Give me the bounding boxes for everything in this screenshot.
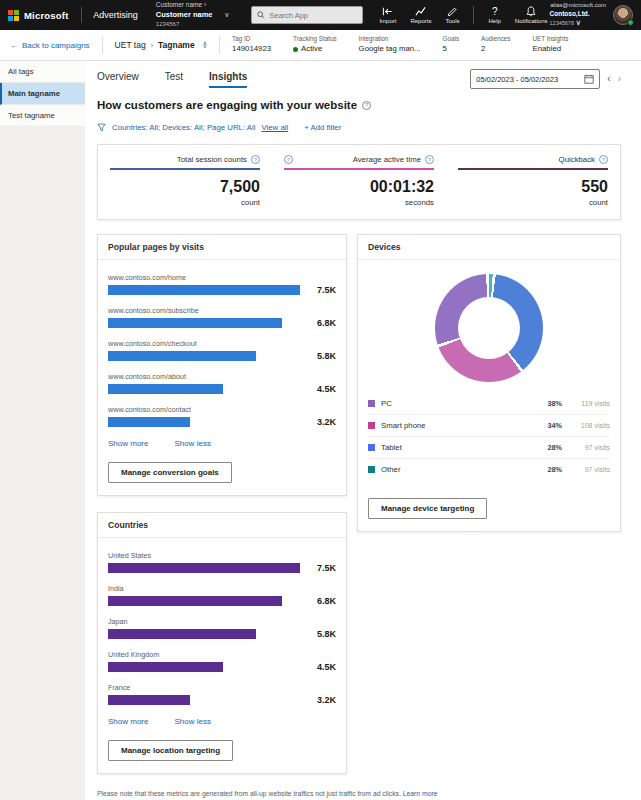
user-avatar[interactable] (613, 5, 633, 25)
tabs-row: Overview Test Insights 05/02/2023 - 05/0… (97, 69, 621, 89)
search-icon (257, 11, 265, 19)
manage-device-targeting-button[interactable]: Manage device targeting (368, 498, 487, 519)
manage-location-targeting-button[interactable]: Manage location targeting (108, 740, 233, 761)
metric-underline (458, 168, 608, 170)
chevron-down-icon: ∨ (576, 19, 581, 26)
sidebar-item-all-tags[interactable]: All tags (0, 61, 85, 83)
field-audiences: Audiences 2 (481, 35, 510, 54)
filter-bar: Countries: All; Devices: All; Page URL: … (97, 123, 621, 132)
divider (219, 36, 220, 54)
legend-row-tablet[interactable]: Tablet 28% 97 visits (368, 436, 610, 458)
entity-type: UET tag (115, 40, 146, 50)
back-arrow-icon: ← (10, 41, 18, 50)
bar-row: France 3.2K (108, 683, 336, 705)
view-all-link[interactable]: View all (261, 123, 288, 132)
bar (108, 417, 190, 427)
legend-row-other[interactable]: Other 28% 97 visits (368, 458, 610, 480)
bar (108, 695, 190, 705)
reports-icon (415, 6, 426, 17)
date-range-picker[interactable]: 05/02/2023 - 05/02/2023 (470, 69, 600, 89)
date-range-value: 05/02/2023 - 05/02/2023 (476, 75, 558, 84)
info-icon[interactable]: ? (251, 155, 260, 164)
account-org: Contoso,Ltd. (550, 10, 590, 17)
tab-test[interactable]: Test (165, 71, 183, 88)
help-icon: ? (492, 6, 498, 17)
bar (108, 596, 282, 606)
metric-underline (284, 168, 434, 170)
next-date-button[interactable]: › (618, 74, 621, 84)
previous-date-button[interactable]: ‹ (607, 74, 610, 84)
sidebar-item-main-tagname[interactable]: Main tagname (0, 83, 85, 105)
show-less-link[interactable]: Show less (174, 439, 210, 448)
search-box[interactable] (251, 6, 363, 24)
sidebar-item-test-tagname[interactable]: Test tagname (0, 105, 85, 127)
learn-more-link[interactable]: Learn more (403, 790, 438, 797)
metric-quickback[interactable]: Quickback ? 550 count (458, 155, 608, 207)
show-less-link[interactable]: Show less (174, 717, 210, 726)
devices-card: Devices PC 38% 119 visits Smart phone 34… (357, 234, 621, 532)
field-goals: Goals 5 (443, 35, 459, 54)
account-email: alias@microsoft.com (550, 2, 606, 10)
account-menu[interactable]: alias@microsoft.com Contoso,Ltd. 1234567… (550, 2, 606, 28)
notifications-button[interactable]: Notifications (515, 6, 548, 24)
brand-name: Microsoft (24, 10, 69, 21)
tools-button[interactable]: Tools (445, 6, 459, 24)
tab-insights[interactable]: Insights (209, 71, 247, 88)
divider (81, 7, 82, 23)
bar (108, 662, 223, 672)
reports-button[interactable]: Reports (410, 6, 431, 24)
card-title: Countries (98, 513, 346, 538)
import-button[interactable]: Import (379, 6, 396, 24)
presence-indicator (627, 19, 634, 26)
legend-swatch (368, 466, 375, 473)
show-more-link[interactable]: Show more (108, 717, 148, 726)
bar-row: www.contoso.com/home 7.5K (108, 273, 336, 295)
chevron-down-icon: ∨ (203, 45, 207, 48)
legend-row-smart-phone[interactable]: Smart phone 34% 108 visits (368, 414, 610, 436)
bar (108, 629, 256, 639)
show-more-link[interactable]: Show more (108, 439, 148, 448)
bar-row: www.contoso.com/contact 3.2K (108, 405, 336, 427)
customer-selector[interactable]: Customer name › Customer name 1234567 ∨ (156, 1, 229, 29)
customer-name: Customer name (156, 10, 213, 19)
bar (108, 285, 300, 295)
entity-name: Tagname (158, 40, 195, 50)
bar-row: United Kingdom 4.5K (108, 650, 336, 672)
field-integration: Integration Google tag man... (359, 35, 421, 54)
info-icon[interactable]: ? (362, 101, 371, 110)
chevron-right-icon: › (204, 1, 206, 8)
info-icon[interactable]: ? (425, 155, 434, 164)
metric-total-session-counts[interactable]: Total session counts ? 7,500 count (110, 155, 260, 207)
bar (108, 318, 282, 328)
info-icon[interactable]: ? (599, 155, 608, 164)
info-icon[interactable]: ? (284, 155, 293, 164)
top-navigation: Import Reports Tools ? Help Notification… (379, 6, 547, 24)
legend-row-pc[interactable]: PC 38% 119 visits (368, 392, 610, 414)
date-range-controls: 05/02/2023 - 05/02/2023 ‹ › (470, 69, 621, 89)
metric-average-active-time[interactable]: ? Average active time ? 00:01:32 seconds (284, 155, 434, 207)
bar-row: www.contoso.com/subscribe 6.8K (108, 306, 336, 328)
bar-row: United States 7.5K (108, 551, 336, 573)
help-button[interactable]: ? Help (488, 6, 500, 24)
tag-list-sidebar: All tags Main tagname Test tagname (0, 61, 85, 800)
calendar-icon (584, 74, 594, 84)
search-input[interactable] (269, 11, 357, 20)
field-tracking-status: Tracking Status Active (293, 35, 337, 54)
devices-donut-chart (435, 274, 543, 382)
entity-stepper[interactable]: ∧∨ (203, 42, 207, 49)
status-dot-active (293, 47, 298, 52)
manage-conversion-goals-button[interactable]: Manage conversion goals (108, 462, 232, 483)
legend-swatch (368, 400, 375, 407)
bar (108, 351, 256, 361)
devices-legend: PC 38% 119 visits Smart phone 34% 108 vi… (358, 392, 620, 480)
chevron-right-icon: › (151, 42, 153, 49)
tab-overview[interactable]: Overview (97, 71, 139, 88)
account-id: 12345678 (550, 20, 574, 26)
chevron-down-icon[interactable]: ∨ (224, 11, 229, 19)
filter-summary[interactable]: Countries: All; Devices: All; Page URL: … (112, 123, 255, 132)
customer-id: 1234567 (156, 21, 179, 27)
bar-row: www.contoso.com/about 4.5K (108, 372, 336, 394)
back-to-campaigns-link[interactable]: ← Back to campaigns (10, 41, 90, 50)
add-filter-button[interactable]: + Add filter (304, 123, 341, 132)
metric-underline (110, 168, 260, 170)
